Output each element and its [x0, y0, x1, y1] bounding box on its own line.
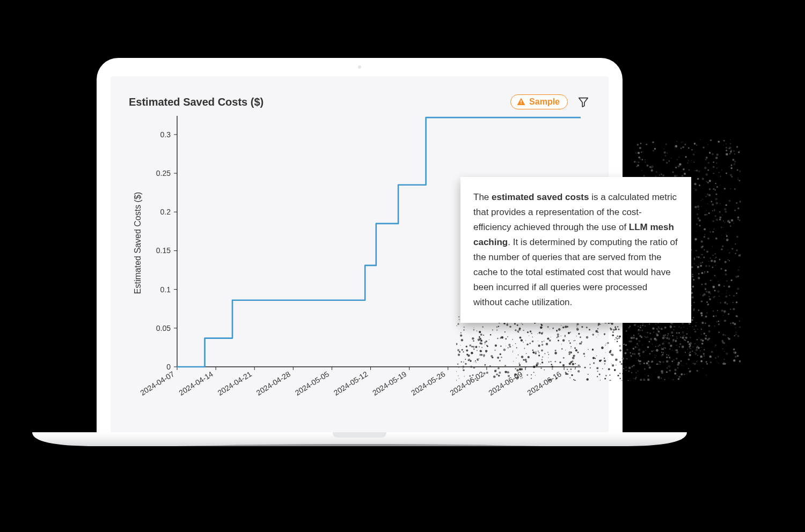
svg-point-1484: [475, 360, 476, 361]
svg-point-123: [728, 313, 729, 315]
svg-point-161: [693, 153, 695, 156]
svg-point-1258: [656, 350, 658, 352]
svg-point-583: [733, 359, 735, 361]
svg-point-1023: [461, 361, 462, 363]
svg-point-163: [723, 139, 723, 140]
svg-point-1315: [515, 377, 516, 378]
svg-point-1339: [677, 364, 679, 366]
svg-point-435: [721, 227, 722, 228]
svg-point-1125: [565, 350, 566, 350]
svg-point-85: [724, 313, 724, 313]
svg-point-1522: [616, 337, 617, 338]
svg-point-936: [608, 368, 610, 371]
svg-point-455: [731, 248, 733, 249]
x-tick-label: 2024-04-07: [138, 370, 175, 397]
svg-point-1352: [542, 357, 543, 358]
svg-point-152: [708, 291, 711, 294]
svg-point-1409: [670, 326, 672, 328]
svg-point-425: [691, 305, 692, 306]
svg-point-1066: [636, 323, 636, 324]
svg-point-1391: [666, 371, 668, 373]
svg-point-1548: [623, 344, 625, 345]
svg-point-1452: [479, 354, 481, 356]
svg-point-391: [715, 258, 716, 259]
svg-point-1232: [565, 326, 567, 328]
svg-point-1503: [613, 329, 615, 331]
svg-point-1001: [645, 326, 646, 327]
svg-point-1105: [561, 325, 561, 326]
svg-point-54: [706, 250, 708, 253]
svg-point-1499: [531, 378, 532, 379]
svg-point-1562: [690, 351, 691, 353]
svg-point-968: [648, 375, 649, 376]
svg-point-1347: [702, 368, 703, 369]
svg-point-529: [691, 296, 693, 298]
svg-point-1398: [688, 368, 689, 369]
svg-point-1586: [678, 332, 680, 334]
svg-point-473: [642, 159, 643, 160]
y-tick-label: 0.25: [156, 169, 171, 178]
svg-point-1438: [655, 346, 656, 347]
svg-point-1593: [537, 363, 539, 365]
svg-point-491: [713, 286, 715, 289]
filter-icon[interactable]: [577, 96, 589, 108]
svg-point-280: [712, 267, 714, 268]
svg-point-321: [726, 280, 728, 282]
svg-point-1007: [685, 352, 686, 353]
svg-point-1263: [632, 353, 634, 354]
svg-point-1044: [682, 331, 684, 334]
svg-point-958: [471, 352, 473, 354]
x-tick-label: 2024-05-05: [294, 370, 331, 397]
tooltip-suf: . It is determined by computing the rati…: [473, 237, 678, 307]
svg-point-43: [667, 153, 668, 154]
svg-point-1493: [604, 378, 606, 379]
svg-point-1117: [575, 349, 577, 351]
svg-point-1089: [615, 358, 618, 361]
svg-point-921: [576, 336, 577, 336]
svg-point-1377: [485, 364, 486, 366]
svg-point-584: [707, 313, 708, 314]
svg-point-728: [724, 208, 726, 210]
svg-point-74: [733, 302, 734, 303]
svg-point-1441: [493, 375, 496, 378]
svg-point-1300: [648, 364, 650, 366]
svg-point-1257: [619, 345, 621, 346]
svg-point-681: [696, 231, 696, 232]
svg-point-443: [729, 166, 730, 167]
svg-point-928: [586, 327, 588, 328]
sample-badge[interactable]: Sample: [510, 94, 568, 109]
svg-point-537: [676, 175, 677, 176]
svg-point-118: [697, 217, 699, 219]
svg-point-486: [714, 290, 716, 292]
svg-point-408: [704, 214, 706, 216]
svg-point-898: [728, 249, 728, 250]
svg-point-1423: [639, 351, 640, 352]
svg-point-730: [712, 231, 714, 233]
svg-point-1240: [586, 336, 589, 339]
svg-point-874: [734, 188, 736, 190]
svg-point-1016: [661, 378, 662, 379]
svg-point-1433: [638, 329, 640, 330]
svg-point-724: [643, 175, 645, 177]
svg-point-1554: [479, 346, 480, 348]
svg-point-1506: [509, 346, 511, 348]
svg-point-419: [726, 352, 728, 355]
svg-point-1471: [610, 328, 611, 329]
svg-point-1579: [501, 336, 503, 338]
noise-bottom: [456, 316, 708, 381]
svg-point-388: [735, 253, 736, 254]
svg-point-760: [736, 146, 738, 148]
svg-point-634: [733, 352, 735, 353]
svg-point-1505: [689, 353, 690, 354]
svg-point-667: [669, 160, 670, 161]
svg-point-722: [728, 286, 730, 288]
svg-point-422: [737, 179, 738, 180]
svg-point-1509: [642, 330, 643, 331]
svg-point-717: [685, 156, 687, 158]
svg-point-1544: [661, 372, 663, 374]
svg-point-768: [718, 167, 719, 167]
svg-point-1176: [514, 373, 516, 375]
svg-point-544: [694, 183, 696, 185]
svg-point-1516: [575, 367, 576, 368]
svg-point-1276: [576, 323, 579, 325]
